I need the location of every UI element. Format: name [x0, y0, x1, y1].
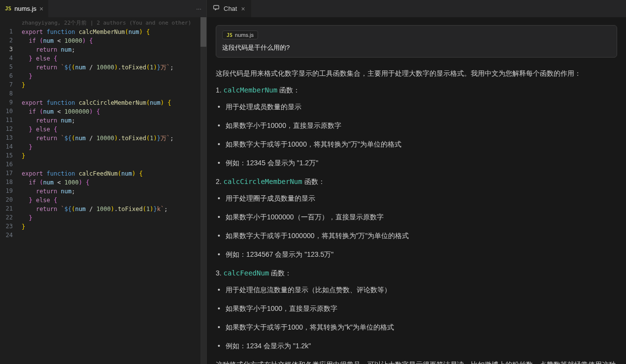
file-context-chip[interactable]: JS nums.js [222, 30, 258, 39]
line-number[interactable]: 7 [0, 80, 13, 89]
list-item: 用于处理成员数量的显示 [216, 101, 617, 113]
line-number[interactable]: 4 [0, 54, 13, 62]
line-number[interactable]: 11 [0, 116, 13, 124]
line-number[interactable]: 18 [0, 178, 13, 186]
more-actions-icon[interactable]: ··· [196, 5, 201, 12]
chat-tabs-bar: Chat × [207, 0, 626, 17]
chat-tab-label: Chat [224, 5, 237, 12]
git-blame-annotation: zhangyiyang, 22个月前 | 2 authors (You and … [22, 20, 191, 26]
js-file-icon: JS [5, 5, 11, 12]
function-name: calcCircleMemberNum [224, 178, 302, 185]
function-heading: 1. calcMemberNum 函数： [216, 84, 617, 96]
response-outro: 这种格式化方式在社交媒体和各类应用中很常见，可以让大数字显示得更简洁易读。比如微… [216, 359, 617, 364]
line-number[interactable]: 10 [0, 107, 13, 116]
line-number[interactable]: 2 [0, 36, 13, 45]
list-item: 用于处理信息流数量的显示（比如点赞数、评论数等） [216, 284, 617, 296]
js-file-icon: JS [227, 32, 232, 38]
code-content[interactable]: zhangyiyang, 22个月前 | 2 authors (You and … [22, 18, 206, 364]
function-heading: 2. calcCircleMemberNum 函数： [216, 176, 617, 187]
line-number[interactable]: 20 [0, 195, 13, 204]
line-number[interactable]: 14 [0, 142, 13, 151]
editor-tab-nums[interactable]: JS nums.js × [0, 0, 48, 17]
close-icon[interactable]: × [39, 5, 43, 13]
line-number[interactable]: 6 [0, 71, 13, 80]
list-item: 例如：12345 会显示为 "1.2万" [216, 157, 617, 169]
line-number[interactable]: 22 [0, 213, 13, 222]
line-number[interactable]: 12 [0, 124, 13, 133]
chat-tab[interactable]: Chat × [207, 0, 251, 17]
function-name: calcFeedNum [224, 269, 269, 277]
editor-panel: JS nums.js × ··· 12345678910111213141516… [0, 0, 207, 364]
line-number[interactable]: 19 [0, 186, 13, 195]
close-icon[interactable]: × [241, 5, 245, 13]
line-gutter: 123456789101112131415161718192021222324 [0, 18, 22, 364]
file-chip-name: nums.js [235, 32, 254, 38]
line-number[interactable]: 17 [0, 169, 13, 178]
line-number[interactable]: 21 [0, 204, 13, 213]
list-item: 如果数字大于或等于10000，将其转换为"万"为单位的格式 [216, 138, 617, 150]
function-name: calcMemberNum [224, 86, 278, 94]
line-number[interactable]: 23 [0, 222, 13, 231]
list-item: 例如：1234 会显示为 "1.2k" [216, 340, 617, 352]
response-intro: 这段代码是用来格式化数字显示的工具函数集合，主要用于处理大数字的显示格式。我用中… [216, 67, 617, 79]
list-item: 如果数字小于1000，直接显示原数字 [216, 303, 617, 314]
editor-tab-filename: nums.js [14, 5, 36, 12]
svg-rect-0 [214, 5, 219, 9]
minimap-thumb[interactable] [200, 17, 206, 47]
list-item: 如果数字小于10000，直接显示原数字 [216, 120, 617, 131]
bullet-list: 用于处理圈子成员数量的显示如果数字小于1000000（一百万），直接显示原数字如… [216, 192, 617, 260]
assistant-response: 这段代码是用来格式化数字显示的工具函数集合，主要用于处理大数字的显示格式。我用中… [216, 67, 617, 364]
line-number[interactable]: 3 [0, 45, 13, 54]
bullet-list: 用于处理信息流数量的显示（比如点赞数、评论数等）如果数字小于1000，直接显示原… [216, 284, 617, 352]
chat-icon [213, 4, 220, 13]
line-number[interactable]: 15 [0, 151, 13, 160]
chat-body: JS nums.js 这段代码是干什么用的? 这段代码是用来格式化数字显示的工具… [207, 17, 626, 364]
editor-tab-actions: ··· [191, 5, 206, 12]
line-number[interactable]: 13 [0, 133, 13, 142]
list-item: 如果数字大于或等于1000000，将其转换为"万"为单位的格式 [216, 230, 617, 242]
chat-panel: Chat × JS nums.js 这段代码是干什么用的? 这段代码是用来格式化… [207, 0, 626, 364]
user-query-text: 这段代码是干什么用的? [222, 43, 611, 52]
line-number[interactable]: 24 [0, 231, 13, 240]
line-number[interactable]: 1 [0, 27, 13, 36]
user-query-box: JS nums.js 这段代码是干什么用的? [216, 25, 617, 58]
editor-tabs-bar: JS nums.js × ··· [0, 0, 206, 17]
line-number[interactable]: 16 [0, 160, 13, 169]
list-item: 例如：1234567 会显示为 "123.5万" [216, 248, 617, 260]
minimap[interactable] [200, 17, 206, 364]
list-item: 用于处理圈子成员数量的显示 [216, 192, 617, 204]
line-number[interactable]: 9 [0, 98, 13, 107]
list-item: 如果数字小于1000000（一百万），直接显示原数字 [216, 211, 617, 223]
list-item: 如果数字大于或等于1000，将其转换为"k"为单位的格式 [216, 321, 617, 333]
line-number[interactable]: 5 [0, 62, 13, 71]
code-editor[interactable]: 123456789101112131415161718192021222324 … [0, 17, 206, 364]
function-heading: 3. calcFeedNum 函数： [216, 267, 617, 279]
bullet-list: 用于处理成员数量的显示如果数字小于10000，直接显示原数字如果数字大于或等于1… [216, 101, 617, 169]
line-number[interactable]: 8 [0, 89, 13, 98]
